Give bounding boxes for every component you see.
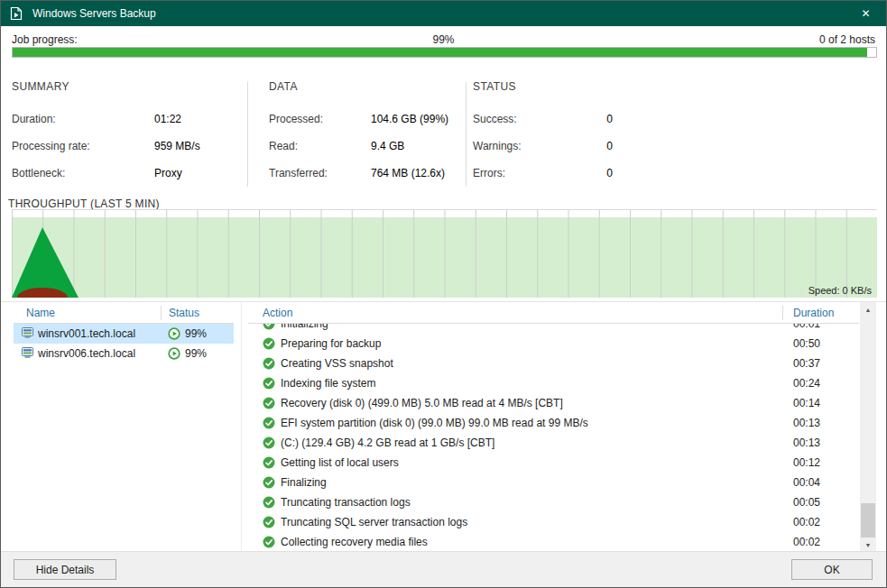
- action-row[interactable]: Finalizing 00:04: [248, 473, 859, 492]
- action-row[interactable]: Recovery (disk 0) (499.0 MB) 5.0 MB read…: [248, 393, 859, 413]
- stat-value: Proxy: [154, 167, 182, 179]
- header-divider: [782, 306, 783, 320]
- close-icon[interactable]: ✕: [845, 1, 886, 26]
- stat-value: 104.6 GB (99%): [371, 113, 448, 125]
- action-duration: 00:24: [793, 377, 820, 390]
- stat-value: 9.4 GB: [371, 140, 404, 152]
- success-check-icon: [263, 417, 275, 429]
- stat-label: Read:: [269, 140, 298, 152]
- footer: Hide Details OK: [1, 551, 886, 587]
- action-label: Collecting recovery media files: [281, 536, 428, 548]
- titlebar[interactable]: Windows Servers Backup ✕: [1, 1, 886, 26]
- action-row[interactable]: Preparing for backup 00:50: [248, 334, 859, 354]
- column-divider: [466, 82, 467, 187]
- details-panel: Name Status winsrv001.tech.local 99% win…: [1, 301, 886, 553]
- action-label: Truncating SQL server transaction logs: [281, 516, 467, 528]
- hosts-table-header: Name Status: [14, 302, 234, 324]
- stat-label: Processing rate:: [12, 140, 90, 152]
- action-duration: 00:50: [793, 337, 820, 350]
- success-check-icon: [263, 357, 275, 370]
- window-title: Windows Servers Backup: [32, 7, 156, 20]
- success-check-icon: [263, 496, 275, 509]
- success-check-icon: [263, 377, 275, 390]
- table-row[interactable]: winsrv001.tech.local 99%: [14, 324, 234, 344]
- hide-details-button[interactable]: Hide Details: [14, 559, 116, 580]
- summary-panel: SUMMARY Duration:01:22 Processing rate:9…: [12, 80, 237, 185]
- table-row[interactable]: winsrv006.tech.local 99%: [14, 344, 234, 363]
- action-row[interactable]: Truncating transaction logs 00:05: [248, 492, 859, 512]
- column-header-status[interactable]: Status: [169, 307, 199, 319]
- action-duration: 00:02: [793, 536, 820, 548]
- action-row[interactable]: Collecting recovery media files 00:02: [248, 532, 859, 552]
- header-divider: [161, 306, 162, 320]
- progress-bar: [12, 47, 877, 58]
- success-check-icon: [263, 456, 275, 469]
- status-title: STATUS: [473, 80, 617, 96]
- success-check-icon: [263, 536, 275, 548]
- action-duration: 00:04: [793, 476, 820, 489]
- action-label: Getting list of local users: [281, 456, 399, 469]
- action-label: Finalizing: [281, 476, 327, 489]
- action-row[interactable]: Indexing file system 00:24: [248, 373, 859, 393]
- action-duration: 00:37: [793, 357, 820, 370]
- column-header-duration[interactable]: Duration: [793, 307, 834, 319]
- column-header-action[interactable]: Action: [263, 307, 292, 319]
- action-duration: 00:02: [793, 516, 820, 528]
- hosts-table: Name Status winsrv001.tech.local 99% win…: [14, 302, 234, 553]
- stat-label: Bottleneck:: [12, 167, 65, 179]
- action-row[interactable]: Truncating SQL server transaction logs 0…: [248, 512, 859, 532]
- in-progress-icon: [168, 327, 180, 340]
- success-check-icon: [263, 436, 275, 449]
- action-row[interactable]: Getting list of local users 00:12: [248, 453, 859, 473]
- success-check-icon: [263, 337, 275, 350]
- stat-value: 0: [473, 113, 613, 125]
- job-progress-hosts: 0 of 2 hosts: [819, 33, 875, 46]
- job-progress-percent: 99%: [1, 33, 886, 46]
- success-check-icon: [263, 397, 275, 409]
- column-divider: [247, 82, 248, 187]
- summary-title: SUMMARY: [12, 80, 237, 96]
- action-duration: 00:14: [793, 397, 820, 409]
- column-header-name[interactable]: Name: [26, 307, 55, 319]
- action-label: Indexing file system: [281, 377, 375, 390]
- stat-label: Duration:: [12, 113, 56, 125]
- speed-label: Speed: 0 KB/s: [808, 285, 872, 296]
- action-rows: Initializing 00:01 Preparing for backup …: [248, 314, 859, 552]
- stat-label: Processed:: [269, 113, 323, 125]
- host-status: 99%: [168, 347, 207, 360]
- success-check-icon: [263, 476, 275, 489]
- action-row[interactable]: Creating VSS snapshot 00:37: [248, 354, 859, 373]
- action-duration: 00:05: [793, 496, 820, 509]
- panel-divider: [241, 302, 242, 553]
- server-icon: [22, 327, 33, 339]
- action-label: EFI system partition (disk 0) (99.0 MB) …: [281, 417, 588, 429]
- scrollbar-thumb[interactable]: [861, 503, 875, 537]
- action-row[interactable]: EFI system partition (disk 0) (99.0 MB) …: [248, 413, 859, 433]
- status-panel: STATUS Success:0 Warnings:0 Errors:0: [473, 80, 617, 185]
- scrollbar[interactable]: ▲ ▼: [860, 302, 876, 553]
- host-status-value: 99%: [185, 347, 207, 360]
- job-window-icon: [10, 6, 24, 21]
- stat-value: 0: [473, 167, 613, 179]
- action-row[interactable]: (C:) (129.4 GB) 4.2 GB read at 1 GB/s [C…: [248, 433, 859, 453]
- stat-value: 0: [473, 140, 613, 152]
- action-duration: 00:12: [793, 456, 820, 469]
- progress-fill: [13, 48, 867, 57]
- ok-button[interactable]: OK: [791, 559, 873, 580]
- data-panel: DATA Processed:104.6 GB (99%) Read:9.4 G…: [269, 80, 460, 185]
- action-duration: 00:13: [793, 417, 820, 429]
- stat-value: 764 MB (12.6x): [371, 167, 445, 179]
- action-label: Preparing for backup: [281, 337, 381, 350]
- window: Windows Servers Backup ✕ Job progress: 9…: [0, 0, 887, 588]
- data-title: DATA: [269, 80, 460, 96]
- stat-label: Transferred:: [269, 167, 328, 179]
- action-label: (C:) (129.4 GB) 4.2 GB read at 1 GB/s [C…: [281, 436, 494, 449]
- scroll-up-icon[interactable]: ▲: [860, 302, 876, 317]
- stat-value: 01:22: [154, 113, 181, 125]
- throughput-chart: Speed: 0 KB/s: [12, 209, 877, 298]
- throughput-title: THROUGHPUT (LAST 5 MIN): [8, 198, 160, 210]
- actions-table: Action Duration Initializing 00:01 Prepa…: [248, 302, 859, 554]
- host-name: winsrv001.tech.local: [38, 327, 135, 340]
- success-check-icon: [263, 516, 275, 528]
- stat-value: 959 MB/s: [154, 140, 200, 152]
